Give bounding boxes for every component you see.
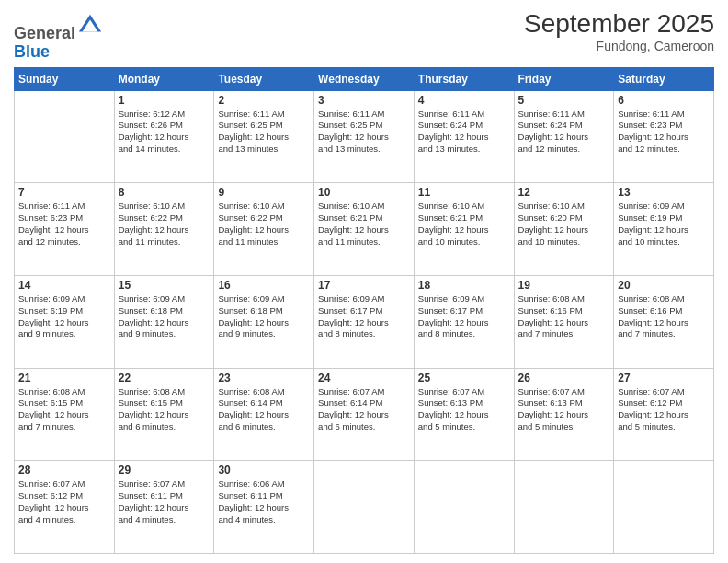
calendar-week-row: 1Sunrise: 6:12 AM Sunset: 6:26 PM Daylig… — [15, 90, 714, 183]
day-of-week-header: Friday — [514, 67, 614, 90]
day-number: 10 — [318, 186, 410, 199]
calendar-cell: 2Sunrise: 6:11 AM Sunset: 6:25 PM Daylig… — [214, 90, 314, 183]
logo-text: General — [14, 13, 103, 43]
calendar-cell: 16Sunrise: 6:09 AM Sunset: 6:18 PM Dayli… — [214, 275, 314, 368]
calendar-week-row: 28Sunrise: 6:07 AM Sunset: 6:12 PM Dayli… — [15, 461, 714, 554]
day-info: Sunrise: 6:12 AM Sunset: 6:26 PM Dayligh… — [119, 109, 210, 155]
day-info: Sunrise: 6:09 AM Sunset: 6:19 PM Dayligh… — [618, 201, 710, 247]
day-number: 26 — [518, 372, 610, 385]
day-info: Sunrise: 6:11 AM Sunset: 6:24 PM Dayligh… — [418, 109, 510, 155]
day-info: Sunrise: 6:11 AM Sunset: 6:23 PM Dayligh… — [618, 109, 710, 155]
day-info: Sunrise: 6:10 AM Sunset: 6:22 PM Dayligh… — [218, 201, 310, 247]
day-info: Sunrise: 6:11 AM Sunset: 6:25 PM Dayligh… — [218, 109, 310, 155]
calendar-header: SundayMondayTuesdayWednesdayThursdayFrid… — [15, 67, 714, 90]
day-number: 17 — [318, 279, 410, 292]
day-info: Sunrise: 6:09 AM Sunset: 6:17 PM Dayligh… — [418, 293, 510, 340]
day-info: Sunrise: 6:08 AM Sunset: 6:16 PM Dayligh… — [618, 293, 710, 340]
day-number: 21 — [18, 372, 110, 385]
title-block: September 2025 Fundong, Cameroon — [524, 9, 714, 53]
day-of-week-header: Monday — [114, 67, 214, 90]
calendar-cell: 5Sunrise: 6:11 AM Sunset: 6:24 PM Daylig… — [514, 90, 614, 183]
calendar-cell: 23Sunrise: 6:08 AM Sunset: 6:14 PM Dayli… — [214, 368, 314, 461]
calendar-cell: 27Sunrise: 6:07 AM Sunset: 6:12 PM Dayli… — [614, 368, 714, 461]
day-number: 9 — [218, 186, 310, 199]
day-number: 22 — [119, 372, 210, 385]
calendar-cell: 22Sunrise: 6:08 AM Sunset: 6:15 PM Dayli… — [114, 368, 214, 461]
calendar-cell: 19Sunrise: 6:08 AM Sunset: 6:16 PM Dayli… — [514, 275, 614, 368]
calendar-cell: 7Sunrise: 6:11 AM Sunset: 6:23 PM Daylig… — [15, 183, 115, 276]
day-number: 23 — [218, 372, 310, 385]
days-of-week-row: SundayMondayTuesdayWednesdayThursdayFrid… — [15, 67, 714, 90]
day-number: 2 — [218, 94, 310, 107]
calendar-cell: 13Sunrise: 6:09 AM Sunset: 6:19 PM Dayli… — [614, 183, 714, 276]
day-number: 15 — [119, 279, 210, 292]
calendar-week-row: 21Sunrise: 6:08 AM Sunset: 6:15 PM Dayli… — [15, 368, 714, 461]
calendar-cell: 12Sunrise: 6:10 AM Sunset: 6:20 PM Dayli… — [514, 183, 614, 276]
day-number: 12 — [518, 186, 610, 199]
day-number: 7 — [18, 186, 110, 199]
location: Fundong, Cameroon — [524, 39, 714, 53]
day-of-week-header: Wednesday — [314, 67, 415, 90]
day-info: Sunrise: 6:09 AM Sunset: 6:18 PM Dayligh… — [218, 293, 310, 340]
calendar-cell — [414, 461, 514, 554]
calendar-cell: 8Sunrise: 6:10 AM Sunset: 6:22 PM Daylig… — [114, 183, 214, 276]
day-of-week-header: Tuesday — [214, 67, 314, 90]
day-info: Sunrise: 6:09 AM Sunset: 6:18 PM Dayligh… — [119, 293, 210, 340]
day-info: Sunrise: 6:07 AM Sunset: 6:12 PM Dayligh… — [18, 478, 110, 525]
day-number: 8 — [119, 186, 210, 199]
day-of-week-header: Thursday — [414, 67, 514, 90]
day-number: 4 — [418, 94, 510, 107]
calendar-cell — [15, 90, 115, 183]
header: General Blue September 2025 Fundong, Cam… — [14, 9, 714, 62]
calendar-cell: 25Sunrise: 6:07 AM Sunset: 6:13 PM Dayli… — [414, 368, 514, 461]
calendar-cell: 6Sunrise: 6:11 AM Sunset: 6:23 PM Daylig… — [614, 90, 714, 183]
day-number: 5 — [518, 94, 610, 107]
calendar-cell: 30Sunrise: 6:06 AM Sunset: 6:11 PM Dayli… — [214, 461, 314, 554]
calendar-cell: 26Sunrise: 6:07 AM Sunset: 6:13 PM Dayli… — [514, 368, 614, 461]
day-number: 13 — [618, 186, 710, 199]
day-number: 1 — [119, 94, 210, 107]
calendar-table: SundayMondayTuesdayWednesdayThursdayFrid… — [14, 67, 714, 554]
calendar-cell: 18Sunrise: 6:09 AM Sunset: 6:17 PM Dayli… — [414, 275, 514, 368]
logo-general: General — [14, 24, 75, 42]
day-info: Sunrise: 6:08 AM Sunset: 6:16 PM Dayligh… — [518, 293, 610, 340]
day-info: Sunrise: 6:10 AM Sunset: 6:20 PM Dayligh… — [518, 201, 610, 247]
day-number: 11 — [418, 186, 510, 199]
day-number: 30 — [218, 464, 310, 477]
calendar-cell: 28Sunrise: 6:07 AM Sunset: 6:12 PM Dayli… — [15, 461, 115, 554]
day-info: Sunrise: 6:10 AM Sunset: 6:21 PM Dayligh… — [318, 201, 410, 247]
day-number: 24 — [318, 372, 410, 385]
calendar-cell: 10Sunrise: 6:10 AM Sunset: 6:21 PM Dayli… — [314, 183, 415, 276]
calendar-cell: 11Sunrise: 6:10 AM Sunset: 6:21 PM Dayli… — [414, 183, 514, 276]
day-info: Sunrise: 6:09 AM Sunset: 6:17 PM Dayligh… — [318, 293, 410, 340]
calendar-cell — [314, 461, 415, 554]
calendar-cell: 1Sunrise: 6:12 AM Sunset: 6:26 PM Daylig… — [114, 90, 214, 183]
day-number: 6 — [618, 94, 710, 107]
calendar-cell: 29Sunrise: 6:07 AM Sunset: 6:11 PM Dayli… — [114, 461, 214, 554]
calendar-cell: 9Sunrise: 6:10 AM Sunset: 6:22 PM Daylig… — [214, 183, 314, 276]
calendar-week-row: 7Sunrise: 6:11 AM Sunset: 6:23 PM Daylig… — [15, 183, 714, 276]
logo-blue-label: Blue — [14, 42, 50, 61]
calendar-cell — [514, 461, 614, 554]
day-info: Sunrise: 6:07 AM Sunset: 6:13 PM Dayligh… — [418, 386, 510, 433]
logo: General Blue — [14, 13, 103, 62]
day-info: Sunrise: 6:07 AM Sunset: 6:12 PM Dayligh… — [618, 386, 710, 433]
calendar-cell: 20Sunrise: 6:08 AM Sunset: 6:16 PM Dayli… — [614, 275, 714, 368]
day-info: Sunrise: 6:10 AM Sunset: 6:22 PM Dayligh… — [119, 201, 210, 247]
day-number: 29 — [119, 464, 210, 477]
day-info: Sunrise: 6:11 AM Sunset: 6:25 PM Dayligh… — [318, 109, 410, 155]
calendar-cell: 4Sunrise: 6:11 AM Sunset: 6:24 PM Daylig… — [414, 90, 514, 183]
day-info: Sunrise: 6:08 AM Sunset: 6:15 PM Dayligh… — [18, 386, 110, 433]
day-info: Sunrise: 6:07 AM Sunset: 6:14 PM Dayligh… — [318, 386, 410, 433]
day-number: 25 — [418, 372, 510, 385]
calendar-body: 1Sunrise: 6:12 AM Sunset: 6:26 PM Daylig… — [15, 90, 714, 553]
day-info: Sunrise: 6:11 AM Sunset: 6:23 PM Dayligh… — [18, 201, 110, 247]
day-info: Sunrise: 6:06 AM Sunset: 6:11 PM Dayligh… — [218, 478, 310, 525]
day-number: 27 — [618, 372, 710, 385]
day-info: Sunrise: 6:08 AM Sunset: 6:14 PM Dayligh… — [218, 386, 310, 433]
month-title: September 2025 — [524, 9, 714, 39]
day-of-week-header: Sunday — [15, 67, 115, 90]
day-info: Sunrise: 6:10 AM Sunset: 6:21 PM Dayligh… — [418, 201, 510, 247]
calendar-cell: 17Sunrise: 6:09 AM Sunset: 6:17 PM Dayli… — [314, 275, 415, 368]
logo-icon — [77, 13, 103, 39]
